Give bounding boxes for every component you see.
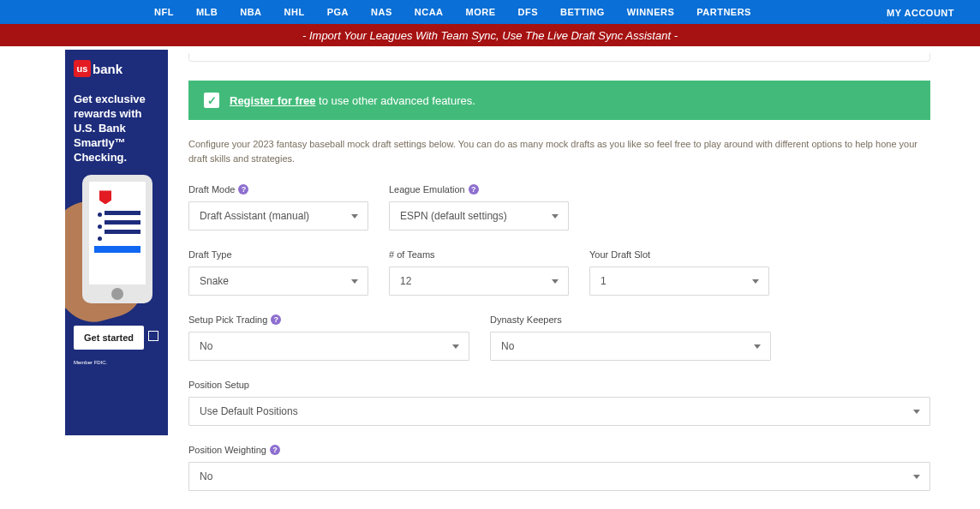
help-icon[interactable]: ? bbox=[271, 314, 281, 325]
dynasty-keepers-label: Dynasty Keepers bbox=[490, 314, 562, 325]
position-weighting-label: Position Weighting bbox=[188, 445, 266, 455]
pick-trading-label: Setup Pick Trading bbox=[188, 314, 267, 325]
dynasty-keepers-select[interactable]: No bbox=[490, 332, 771, 361]
league-emulation-select[interactable]: ESPN (default settings) bbox=[389, 201, 569, 231]
nav-winners[interactable]: WINNERS bbox=[627, 7, 674, 17]
draft-slot-select[interactable]: 1 bbox=[589, 266, 769, 296]
checkmark-icon: ✓ bbox=[204, 93, 219, 108]
ad-logo: us bank bbox=[74, 60, 159, 77]
draft-slot-label: Your Draft Slot bbox=[589, 249, 650, 260]
position-weighting-select[interactable]: No bbox=[188, 462, 930, 491]
league-emulation-label: League Emulation bbox=[389, 184, 465, 195]
register-link[interactable]: Register for free bbox=[230, 94, 315, 107]
nav-pga[interactable]: PGA bbox=[327, 7, 349, 17]
ad-disclaimer: Member FDIC. bbox=[74, 360, 159, 365]
nav-betting[interactable]: BETTING bbox=[560, 7, 605, 17]
nav-more[interactable]: MORE bbox=[466, 7, 496, 17]
help-icon[interactable]: ? bbox=[469, 184, 479, 195]
top-nav-left: NFL MLB NBA NHL PGA NAS NCAA MORE DFS BE… bbox=[154, 7, 751, 17]
nav-nba[interactable]: NBA bbox=[240, 7, 261, 17]
ad-copy: Get exclusive rewards with U.S. Bank Sma… bbox=[74, 93, 159, 165]
draft-mode-select[interactable]: Draft Assistant (manual) bbox=[188, 201, 368, 231]
help-icon[interactable]: ? bbox=[238, 184, 248, 195]
ad-illustration bbox=[74, 175, 159, 320]
sidebar-ad[interactable]: us bank Get exclusive rewards with U.S. … bbox=[65, 50, 168, 435]
draft-mode-label: Draft Mode bbox=[188, 184, 235, 195]
draft-type-label: Draft Type bbox=[188, 249, 232, 260]
my-account-link[interactable]: MY ACCOUNT bbox=[887, 8, 954, 18]
nav-nfl[interactable]: NFL bbox=[154, 7, 174, 17]
pick-trading-select[interactable]: No bbox=[188, 332, 469, 361]
nav-dfs[interactable]: DFS bbox=[518, 7, 539, 17]
ad-logo-text: bank bbox=[93, 62, 122, 76]
import-banner: - Import Your Leagues With Team Sync, Us… bbox=[0, 24, 980, 46]
draft-type-select[interactable]: Snake bbox=[188, 266, 368, 296]
equal-housing-icon bbox=[148, 331, 158, 341]
top-nav: NFL MLB NBA NHL PGA NAS NCAA MORE DFS BE… bbox=[0, 0, 980, 24]
num-teams-label: # of Teams bbox=[389, 249, 435, 260]
main-content: ✓ Register for free to use other advance… bbox=[168, 50, 956, 509]
nav-partners[interactable]: PARTNERS bbox=[696, 7, 751, 17]
nav-mlb[interactable]: MLB bbox=[196, 7, 218, 17]
help-icon[interactable]: ? bbox=[270, 445, 280, 455]
nav-ncaa[interactable]: NCAA bbox=[415, 7, 444, 17]
us-bank-icon: us bbox=[74, 60, 91, 77]
position-setup-select[interactable]: Use Default Positions bbox=[188, 397, 930, 426]
intro-text: Configure your 2023 fantasy baseball moc… bbox=[188, 137, 930, 165]
ad-get-started-button[interactable]: Get started bbox=[74, 326, 144, 350]
position-setup-label: Position Setup bbox=[188, 380, 249, 390]
nav-nhl[interactable]: NHL bbox=[284, 7, 305, 17]
register-text: to use other advanced features. bbox=[315, 94, 475, 107]
register-banner: ✓ Register for free to use other advance… bbox=[188, 81, 930, 120]
num-teams-select[interactable]: 12 bbox=[389, 266, 569, 296]
collapsed-panel bbox=[188, 53, 930, 62]
nav-nas[interactable]: NAS bbox=[371, 7, 392, 17]
